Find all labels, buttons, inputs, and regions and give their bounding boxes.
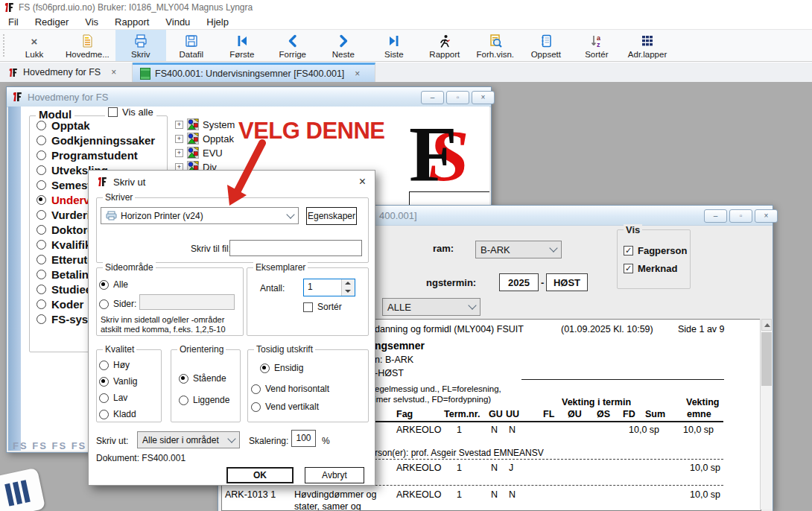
expand-icon[interactable]: +: [175, 121, 183, 129]
toolbar-adrlapper-button[interactable]: Adr.lapper: [622, 30, 673, 61]
printer-select[interactable]: Horizon Printer (v24): [101, 207, 299, 224]
radio-vend-horisontalt[interactable]: Vend horisontalt: [251, 384, 329, 394]
radio-icon: [37, 195, 46, 205]
module-radio-godkjenningssaker[interactable]: Godkjenningssaker: [37, 134, 155, 147]
scrollbar-thumb[interactable]: [761, 332, 772, 386]
sorter-checkbox[interactable]: Sortér: [303, 302, 342, 312]
scroll-up-button[interactable]: [761, 319, 772, 331]
vis-alle-checkbox[interactable]: Vis alle: [105, 107, 156, 118]
radio-vend-vertikalt[interactable]: Vend vertikalt: [251, 402, 319, 412]
report-header-left: danning og formidl (MLY004) FSUIT: [375, 324, 524, 334]
tree-item-system[interactable]: + System: [175, 118, 235, 130]
skalering-input[interactable]: 100: [291, 430, 316, 447]
toolbar-forrige-button[interactable]: Forrige: [267, 30, 318, 61]
report-termin-line: -HØST: [375, 368, 404, 378]
sider-input[interactable]: [139, 294, 235, 310]
expand-icon[interactable]: +: [175, 135, 183, 143]
print-dialog-title: Skriv ut: [113, 177, 145, 188]
sideomrade-hint-2: atskilt med komma, f.eks. 1,2,5-10: [101, 325, 226, 334]
close-button[interactable]: ×: [472, 91, 495, 104]
screen: FS (fs06prd.uio.no) Bruker: I0186_MLY004…: [0, 0, 812, 511]
print-dialog-titlebar: Skriv ut: [89, 171, 375, 193]
col-header-emne: emne: [687, 409, 711, 419]
col-header-sum: Sum: [645, 409, 665, 419]
toolbar-rapport-button[interactable]: Rapport: [419, 30, 470, 61]
radio-vanlig[interactable]: Vanlig: [99, 376, 137, 387]
toolbar-skriv-button[interactable]: Skriv: [115, 30, 166, 61]
tab-close-icon[interactable]: ×: [111, 67, 116, 77]
report-note-2: timer selvstud., FD=fordypning): [372, 395, 491, 404]
toolbar-forste-button[interactable]: Første: [217, 30, 267, 61]
toolbar-hovedmeny-button[interactable]: Hovedme...: [60, 30, 115, 61]
minimize-button[interactable]: –: [421, 91, 444, 104]
radio-staende[interactable]: Stående: [179, 373, 226, 384]
radio-sider[interactable]: Sider:: [99, 299, 136, 309]
module-radio-programstudent[interactable]: Programstudent: [37, 149, 138, 162]
module-radio-opptak[interactable]: Opptak: [37, 119, 90, 132]
module-radio-koder[interactable]: Koder: [37, 298, 83, 311]
next-icon: [336, 34, 351, 49]
fagperson-checkbox[interactable]: ✓ Fagperson: [624, 245, 687, 256]
row2-gu: N: [491, 463, 498, 473]
skriv-til-fil-input[interactable]: [229, 240, 362, 256]
egenskaper-button[interactable]: Egenskaper: [306, 207, 357, 225]
row1-uu: N: [509, 425, 516, 435]
run-report-icon: [437, 34, 452, 49]
toolbar-neste-button[interactable]: Neste: [318, 30, 369, 61]
skriv-ut-select[interactable]: Alle sider i området: [137, 431, 240, 448]
module-radio-betaling[interactable]: Betaling: [37, 268, 95, 281]
spin-up-icon[interactable]: [342, 279, 355, 288]
filter-select[interactable]: ALLE: [382, 298, 480, 316]
antall-label: Antall:: [260, 283, 285, 293]
radio-hoy[interactable]: Høy: [99, 360, 130, 370]
hovedmeny-title: Hovedmeny for FS: [28, 92, 108, 103]
toolbar-datafil-button[interactable]: Datafil: [166, 30, 217, 61]
radio-kladd[interactable]: Kladd: [99, 409, 136, 419]
tree-item-evu[interactable]: + EVU: [175, 147, 223, 159]
antall-spinner[interactable]: 1: [303, 279, 355, 296]
toolbar-oppsett-button[interactable]: Oppsett: [521, 30, 571, 61]
restore-button[interactable]: ▫: [446, 91, 469, 104]
menu-rediger[interactable]: Rediger: [27, 16, 77, 28]
ok-button[interactable]: OK: [226, 467, 294, 483]
close-button[interactable]: ×: [755, 209, 778, 223]
termin-year-field[interactable]: 2025: [499, 273, 539, 291]
menu-rapport[interactable]: Rapport: [107, 16, 157, 28]
radio-lav[interactable]: Lav: [99, 393, 127, 403]
radio-alle[interactable]: Alle: [99, 279, 128, 290]
toolbar-forhvisn-button[interactable]: Forh.visn.: [470, 30, 521, 61]
restore-button[interactable]: ▫: [729, 209, 752, 223]
radio-icon: [260, 364, 270, 373]
menu-vindu[interactable]: Vindu: [157, 16, 198, 28]
sort-icon: az: [589, 34, 604, 49]
fs-app-icon: [3, 1, 15, 13]
orientering-legend: Orientering: [177, 344, 226, 355]
chevron-down-icon: [286, 210, 294, 218]
merknad-checkbox[interactable]: ✓ Merknad: [624, 263, 677, 274]
report-scrollbar[interactable]: [760, 319, 773, 510]
tree-item-opptak[interactable]: + Opptak: [175, 133, 234, 145]
avbryt-button[interactable]: Avbryt: [305, 467, 364, 483]
toolbar-lukk-button[interactable]: × Lukk: [9, 30, 60, 61]
last-icon: [387, 34, 402, 49]
tab-fs400[interactable]: FS400.001: Undervisningsemner [FS400.001…: [133, 63, 375, 82]
radio-liggende[interactable]: Liggende: [179, 395, 229, 405]
menu-fil[interactable]: Fil: [0, 16, 27, 28]
spinner-arrows[interactable]: [341, 279, 355, 296]
tab-hovedmeny[interactable]: Hovedmeny for FS ×: [0, 63, 133, 82]
row1-termnr: 1: [457, 425, 462, 435]
dialog-close-icon[interactable]: ×: [359, 175, 366, 188]
radio-ensidig[interactable]: Ensidig: [260, 363, 303, 373]
expand-icon[interactable]: +: [175, 149, 183, 157]
toolbar-siste-button[interactable]: Siste: [369, 30, 419, 61]
toolbar: × Lukk Hovedme... Skriv Datafil Første F…: [0, 29, 812, 62]
program-select[interactable]: B-ARK: [475, 241, 562, 258]
table-top-rule: [521, 379, 724, 380]
toolbar-sorter-button[interactable]: az Sortér: [571, 30, 622, 61]
tab-close-icon[interactable]: ×: [355, 69, 360, 79]
menu-hjelp[interactable]: Hjelp: [198, 16, 237, 28]
minimize-button[interactable]: –: [704, 209, 727, 223]
menu-vis[interactable]: Vis: [77, 16, 107, 28]
spin-down-icon[interactable]: [342, 288, 355, 296]
termin-semester-field[interactable]: HØST: [546, 273, 588, 291]
